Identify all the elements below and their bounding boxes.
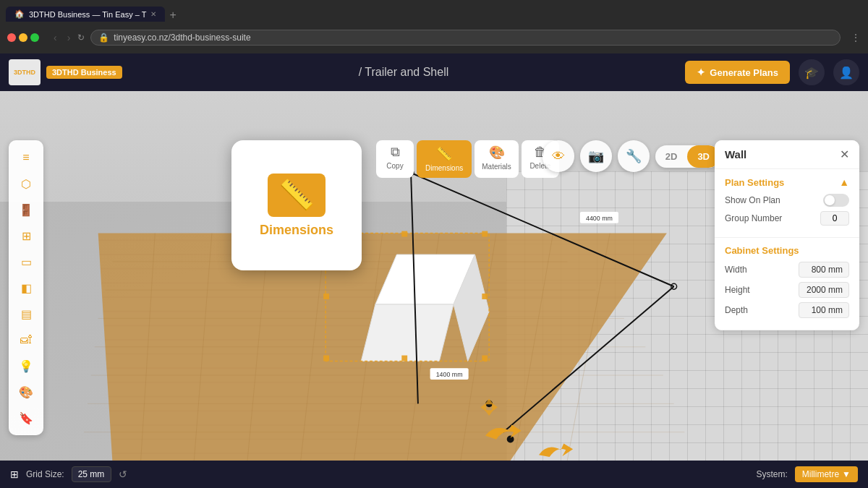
- depth-value: 100 mm: [799, 302, 849, 318]
- grid-reset-btn[interactable]: ↺: [119, 468, 127, 480]
- furniture-icon: 🛋: [20, 333, 32, 346]
- floor-icon: ◧: [21, 281, 32, 295]
- dimensions-label: Dimensions: [425, 164, 463, 172]
- top-toolbar: ⧉ Copy 📏 Dimensions 🎨 Materials 🗑 Delete: [376, 140, 559, 178]
- height-value: 2000 mm: [799, 282, 849, 298]
- height-label: Height: [725, 285, 750, 295]
- logo-3dthd: 3DTHD: [9, 59, 41, 85]
- forward-btn[interactable]: ›: [64, 30, 74, 45]
- person-circle-icon: 👤: [839, 66, 854, 80]
- materials-btn[interactable]: 🎨 Materials: [475, 140, 519, 178]
- window-icon: ⊞: [22, 229, 31, 243]
- stair-btn[interactable]: ▤: [13, 302, 39, 325]
- grid-size-input[interactable]: [72, 466, 111, 482]
- depth-row: Depth 100 mm: [725, 302, 849, 318]
- user-btn[interactable]: 👤: [833, 59, 859, 85]
- window-controls: [7, 33, 39, 42]
- help-btn[interactable]: 🎓: [799, 59, 825, 85]
- light-btn[interactable]: 💡: [13, 354, 39, 377]
- address-bar[interactable]: 🔒 tinyeasy.co.nz/3dthd-business-suite: [90, 30, 841, 46]
- browser-chrome: ‹ › ↻ 🔒 tinyeasy.co.nz/3dthd-business-su…: [0, 22, 868, 53]
- app-container: 3DTHD 3DTHD Business / Trailer and Shell…: [0, 53, 868, 488]
- 2d-view-btn[interactable]: 2D: [655, 145, 688, 168]
- dimensions-btn[interactable]: 📏 Dimensions: [417, 140, 472, 178]
- window-btn[interactable]: ⊞: [13, 224, 39, 247]
- cube-btn[interactable]: ⬡: [13, 172, 39, 195]
- system-label: System:: [756, 469, 787, 479]
- floor-btn[interactable]: ◧: [13, 276, 39, 299]
- url-text: tinyeasy.co.nz/3dthd-business-suite: [114, 33, 250, 43]
- panel-close-btn[interactable]: ✕: [840, 147, 849, 161]
- copy-icon: ⧉: [391, 145, 400, 160]
- bookmark-btn[interactable]: 🔖: [13, 406, 39, 429]
- dimension-card-label: Dimensions: [260, 223, 333, 238]
- copy-btn[interactable]: ⧉ Copy: [376, 140, 414, 178]
- show-on-plan-row: Show On Plan: [725, 194, 849, 207]
- window-close[interactable]: [7, 33, 16, 42]
- view-options-btn[interactable]: 🔧: [618, 140, 650, 172]
- ruler-icon: 📏: [278, 178, 315, 212]
- width-row: Width 800 mm: [725, 262, 849, 278]
- system-dropdown[interactable]: Millimetre ▼: [795, 466, 858, 482]
- group-number-row: Group Number: [725, 211, 849, 226]
- copy-label: Copy: [386, 162, 403, 170]
- back-btn[interactable]: ‹: [51, 30, 60, 45]
- materials-label: Materials: [482, 163, 511, 171]
- cabinet-settings-header: Cabinet Settings: [725, 245, 849, 256]
- plan-settings-title: Plan Settings: [725, 177, 784, 188]
- wall-properties-panel: Wall ✕ Plan Settings ▲ Show On Plan Grou…: [715, 140, 859, 330]
- plan-settings-collapse-btn[interactable]: ▲: [839, 176, 849, 188]
- nav-title: / Trailer and Shell: [131, 66, 677, 79]
- refresh-btn[interactable]: ↻: [77, 33, 85, 43]
- door-icon: 🚪: [19, 203, 33, 217]
- light-icon: 💡: [19, 359, 33, 373]
- width-label: Width: [725, 265, 747, 275]
- browser-tab-bar: 🏠 3DTHD Business — Tin Easy – T ✕ +: [0, 0, 868, 22]
- door-btn[interactable]: 🚪: [13, 198, 39, 221]
- materials-icon: 🎨: [489, 145, 505, 160]
- dropdown-arrow-icon: ▼: [842, 469, 851, 479]
- orbit-btn[interactable]: 👁: [542, 140, 574, 172]
- cabinet-settings-title: Cabinet Settings: [725, 245, 799, 256]
- stair-icon: ▤: [21, 307, 32, 321]
- paint-btn[interactable]: 🎨: [13, 380, 39, 403]
- depth-label: Depth: [725, 305, 748, 315]
- dimension-icon-bg: 📏: [268, 174, 326, 217]
- orbit-icon: 👁: [552, 149, 565, 164]
- camera-btn[interactable]: 📷: [580, 140, 612, 172]
- panel-header: Wall ✕: [715, 140, 859, 169]
- tab-favicon: 🏠: [14, 9, 25, 19]
- new-tab-btn[interactable]: +: [169, 9, 176, 22]
- generate-plans-button[interactable]: Generate Plans: [685, 61, 790, 84]
- window-maximize[interactable]: [30, 33, 39, 42]
- view-toggle: 2D 3D: [655, 145, 720, 168]
- active-tab[interactable]: 🏠 3DTHD Business — Tin Easy – T ✕: [6, 7, 165, 22]
- cabinet-btn[interactable]: ▭: [13, 250, 39, 273]
- dimension-card: 📏 Dimensions: [231, 140, 362, 270]
- cube-icon: ⬡: [21, 177, 31, 191]
- view-controls: 👁 📷 🔧 2D 3D: [542, 140, 720, 172]
- show-on-plan-toggle[interactable]: [823, 194, 849, 207]
- layers-btn[interactable]: ≡: [13, 146, 39, 169]
- view-options-icon: 🔧: [626, 148, 642, 164]
- lock-icon: 🔒: [98, 33, 109, 43]
- layers-icon: ≡: [22, 151, 29, 164]
- business-badge: 3DTHD Business: [46, 66, 122, 79]
- paint-icon: 🎨: [19, 385, 33, 399]
- 3d-viewport[interactable]: 1400 mm 4400 mm 0mm ≡ ⬡: [0, 91, 868, 461]
- logo-area: 3DTHD 3DTHD Business: [9, 59, 122, 85]
- group-number-input[interactable]: [820, 211, 849, 226]
- cabinet-icon: ▭: [21, 255, 32, 269]
- extensions-icon[interactable]: ⋮: [851, 32, 861, 43]
- height-row: Height 2000 mm: [725, 282, 849, 298]
- bottom-bar: ⊞ Grid Size: ↺ System: Millimetre ▼: [0, 461, 868, 488]
- panel-title: Wall: [725, 148, 746, 160]
- plan-settings-header: Plan Settings ▲: [725, 176, 849, 188]
- left-sidebar: ≡ ⬡ 🚪 ⊞ ▭ ◧ ▤ 🛋 💡: [9, 140, 43, 435]
- furniture-btn[interactable]: 🛋: [13, 328, 39, 351]
- tab-title: 3DTHD Business — Tin Easy – T: [29, 10, 146, 19]
- tab-close-btn[interactable]: ✕: [150, 10, 156, 18]
- window-minimize[interactable]: [19, 33, 27, 42]
- bookmark-icon: 🔖: [19, 411, 33, 425]
- plan-settings-section: Plan Settings ▲ Show On Plan Group Numbe…: [715, 169, 859, 238]
